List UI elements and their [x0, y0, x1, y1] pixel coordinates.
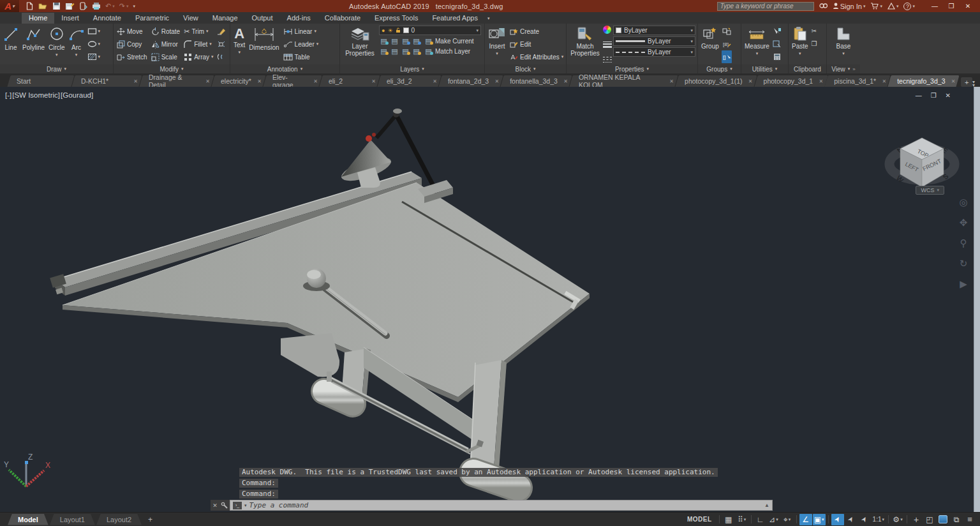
- tab-manage[interactable]: Manage: [205, 13, 245, 24]
- tab-view[interactable]: View: [176, 13, 205, 24]
- measure-button[interactable]: Measure▾: [743, 25, 771, 64]
- sign-in-button[interactable]: Sign In▾: [833, 3, 866, 10]
- linetype-select[interactable]: ByLayer▾: [613, 47, 695, 57]
- insert-button[interactable]: Insert▾: [487, 25, 507, 64]
- close-tab-icon[interactable]: ✕: [205, 79, 210, 84]
- restore-button[interactable]: ❐: [943, 0, 960, 12]
- cut-button[interactable]: ✂: [811, 25, 818, 38]
- command-close-icon[interactable]: ✕: [212, 502, 218, 509]
- hatch-button[interactable]: ▾: [87, 50, 101, 63]
- doc-tab[interactable]: Elev-garage✕: [265, 75, 320, 87]
- command-recent-dropdown[interactable]: ▾: [244, 503, 247, 508]
- doc-tab-start[interactable]: Start: [9, 75, 73, 87]
- array-button[interactable]: Array▾: [182, 50, 214, 63]
- copy-button[interactable]: Copy: [115, 38, 149, 50]
- visual-style-controls-button[interactable]: [Gouraud]: [61, 91, 93, 99]
- layer-off-icon[interactable]: ▤: [379, 36, 389, 45]
- doc-tab[interactable]: fontanella_3d_3✕: [502, 75, 570, 87]
- layer-on-all-icon[interactable]: ▤: [379, 47, 389, 56]
- panel-label-properties[interactable]: Properties▾: [567, 64, 697, 73]
- wcs-dropdown[interactable]: WCS▾: [916, 186, 944, 195]
- clean-screen-toggle[interactable]: ⧉: [950, 514, 963, 525]
- offset-button[interactable]: [216, 50, 226, 63]
- layer-properties-button[interactable]: Layer Properties: [342, 25, 378, 64]
- close-tab-icon[interactable]: ✕: [313, 79, 318, 84]
- rotate-button[interactable]: Rotate: [150, 25, 181, 38]
- close-tab-icon[interactable]: ✕: [433, 79, 437, 84]
- tab-output[interactable]: Output: [245, 13, 280, 24]
- drafting-table-model[interactable]: [50, 109, 590, 488]
- model-tab[interactable]: Model: [8, 514, 48, 525]
- fillet-button[interactable]: Fillet▾: [182, 38, 214, 50]
- mobile-publish-icon[interactable]: [79, 2, 87, 10]
- layer-freeze-icon[interactable]: ▤: [401, 36, 410, 45]
- group-edit-button[interactable]: [8]: [722, 38, 732, 50]
- close-tab-icon[interactable]: ✕: [882, 79, 886, 84]
- id-point-button[interactable]: [772, 38, 782, 50]
- doc-tab[interactable]: D-KCH1*✕: [73, 75, 140, 87]
- close-tab-icon[interactable]: ✕: [133, 79, 138, 84]
- object-snap-toggle[interactable]: ▣▾: [813, 514, 826, 525]
- polyline-button[interactable]: Polyline: [21, 25, 46, 64]
- lineweight-select[interactable]: ByLayer▾: [613, 36, 695, 46]
- help-icon[interactable]: ?▾: [903, 3, 915, 10]
- layout2-tab[interactable]: Layout2: [96, 514, 142, 525]
- close-tab-icon[interactable]: ✕: [951, 79, 956, 84]
- edit-block-button[interactable]: Edit: [509, 38, 565, 50]
- doc-minimize-icon[interactable]: —: [916, 92, 922, 99]
- close-tab-icon[interactable]: ✕: [257, 79, 262, 84]
- snap-mode-toggle[interactable]: ⠿▾: [736, 514, 748, 525]
- navigation-wheel-icon[interactable]: ◎: [959, 197, 967, 208]
- panel-label-annotation[interactable]: Annotation▾: [230, 64, 339, 73]
- close-tab-icon[interactable]: ✕: [371, 79, 376, 84]
- a360-icon[interactable]: ▾: [887, 3, 899, 10]
- panel-label-groups[interactable]: Groups▾: [698, 64, 741, 73]
- new-drawing-tab-button[interactable]: +: [961, 77, 972, 87]
- layer-unisolate-icon[interactable]: ▤: [390, 47, 399, 56]
- lineweight-icon[interactable]: [603, 40, 612, 49]
- zoom-icon[interactable]: ⚲: [960, 237, 967, 249]
- line-button[interactable]: Line: [2, 25, 20, 64]
- base-button[interactable]: Base▾: [835, 25, 852, 64]
- layer-isolate-icon[interactable]: ▤: [390, 36, 399, 45]
- doc-tab[interactable]: eli_3d_2✕: [379, 75, 440, 87]
- tab-collaborate[interactable]: Collaborate: [318, 13, 368, 24]
- arc-button[interactable]: Arc▾: [68, 25, 85, 64]
- doc-tab[interactable]: eli_2✕: [321, 75, 378, 87]
- ungroup-button[interactable]: [722, 25, 732, 38]
- command-customize-icon[interactable]: [221, 502, 228, 509]
- autoscale-toggle[interactable]: ➤: [858, 514, 871, 525]
- layer-thaw-all-icon[interactable]: ▤: [401, 47, 410, 56]
- linear-button[interactable]: Linear▾: [282, 25, 320, 38]
- doc-tab-active[interactable]: tecnigrafo_3d_3✕: [889, 75, 958, 87]
- panel-label-layers[interactable]: Layers▾: [340, 64, 484, 73]
- search-icon[interactable]: [819, 3, 828, 10]
- isometric-drafting-toggle[interactable]: ⌖▾: [781, 514, 794, 525]
- annotation-visibility-toggle[interactable]: ➤: [845, 514, 858, 525]
- quick-calc-button[interactable]: [772, 50, 782, 63]
- text-button[interactable]: A Text▾: [232, 25, 246, 64]
- doc-tab[interactable]: piscina_3d_1*✕: [826, 75, 889, 87]
- doc-tab[interactable]: photocopy_3d_1(1)✕: [677, 75, 755, 87]
- doc-tab[interactable]: Drainage & Detail✕: [141, 75, 212, 87]
- doc-tab[interactable]: photocopy_3d_1✕: [756, 75, 826, 87]
- close-tab-icon[interactable]: ✕: [819, 79, 824, 84]
- doc-tab[interactable]: electricity*✕: [213, 75, 264, 87]
- new-layout-button[interactable]: +: [144, 515, 156, 524]
- model-canvas[interactable]: Z Y X: [0, 87, 980, 512]
- store-cart-icon[interactable]: ▾: [870, 3, 882, 10]
- copy-clip-button[interactable]: ❐: [811, 38, 818, 50]
- orbit-icon[interactable]: ↻: [960, 258, 968, 269]
- annotation-monitor-toggle[interactable]: +: [910, 514, 923, 525]
- undo-button[interactable]: ↶▾: [105, 2, 115, 10]
- vertical-scrollbar[interactable]: [974, 87, 980, 512]
- redo-button[interactable]: ↷▾: [119, 2, 129, 10]
- pan-icon[interactable]: ✥: [960, 217, 968, 229]
- command-prompt-icon[interactable]: ›_: [233, 502, 242, 509]
- linetype-icon[interactable]: [603, 56, 612, 64]
- close-tab-icon[interactable]: ✕: [563, 79, 568, 84]
- tab-insert[interactable]: Insert: [54, 13, 86, 24]
- panel-label-view[interactable]: View▾»: [827, 64, 860, 73]
- circle-button[interactable]: Circle▾: [47, 25, 66, 64]
- grid-display-toggle[interactable]: ▦: [722, 514, 735, 525]
